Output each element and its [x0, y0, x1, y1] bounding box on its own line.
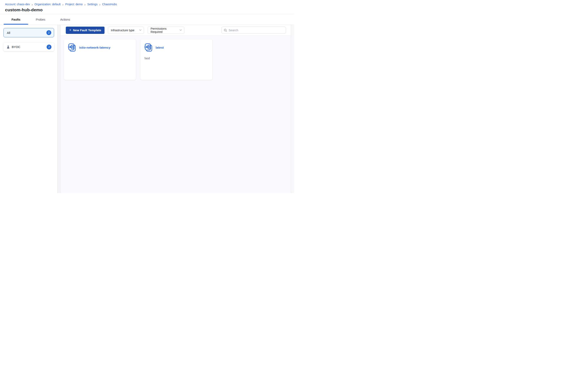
tab-faults[interactable]: Faults [4, 14, 28, 25]
permissions-required-label: Permissions Required [150, 27, 178, 34]
right-scroll-gutter[interactable] [291, 25, 294, 193]
search-box [221, 27, 286, 34]
chevron-down-icon [139, 29, 142, 31]
search-input[interactable] [229, 28, 284, 32]
card-header: istio-network-latency [68, 43, 132, 52]
sidebar-item-all-label: All [7, 31, 10, 35]
fault-template-card-istio-network-latency[interactable]: istio-network-latency [64, 39, 136, 80]
sidebar-item-byoc-label: BYOC [12, 45, 20, 49]
tab-probes[interactable]: Probes [28, 14, 53, 25]
chevron-right-icon: › [99, 2, 100, 6]
breadcrumb: Account: chaos-dev › Organization: defau… [5, 3, 289, 6]
fault-template-title[interactable]: istio-network-latency [79, 46, 110, 49]
tab-actions-label: Actions [60, 18, 70, 21]
permissions-required-dropdown[interactable]: Permissions Required [148, 27, 184, 34]
search-icon [224, 29, 227, 32]
count-badge: 2 [46, 30, 51, 35]
page-title: custom-hub-demo [5, 7, 289, 12]
tab-actions[interactable]: Actions [53, 14, 78, 25]
filter-sidebar: All 2 BYOC 2 [0, 25, 57, 193]
count-badge: 2 [47, 44, 51, 49]
chaoshub-page: Account: chaos-dev › Organization: defau… [0, 0, 294, 193]
fault-template-title[interactable]: latest [156, 46, 164, 49]
fault-templates-grid: istio-network-latency [61, 36, 291, 193]
chevron-right-icon: › [62, 2, 63, 6]
chevron-right-icon: › [84, 2, 85, 6]
sidebar-item-all[interactable]: All 2 [3, 28, 54, 37]
fault-template-description: fasd [145, 57, 208, 60]
fault-template-card-latest[interactable]: latest fasd [140, 39, 212, 80]
flask-icon [7, 45, 10, 49]
sidebar-item-byoc[interactable]: BYOC 2 [3, 42, 54, 51]
chevron-down-icon [180, 29, 182, 31]
tab-probes-label: Probes [36, 18, 45, 21]
breadcrumb-link-project[interactable]: Project: demo [65, 3, 83, 6]
chevron-right-icon: › [32, 2, 33, 6]
breadcrumb-link-chaoshubs[interactable]: ChaosHubs [102, 3, 117, 6]
infrastructure-type-label: Infrastructure type [111, 29, 134, 32]
breadcrumb-link-account[interactable]: Account: chaos-dev [5, 3, 30, 6]
plus-icon: + [69, 28, 71, 32]
infrastructure-type-dropdown[interactable]: Infrastructure type [108, 27, 144, 34]
fault-template-icon [145, 43, 153, 52]
new-fault-template-button[interactable]: + New Fault Template [66, 27, 105, 34]
active-tab-underline [4, 24, 28, 25]
main-panel: + New Fault Template Infrastructure type… [61, 25, 291, 193]
card-header: latest [145, 43, 208, 52]
page-header: Account: chaos-dev › Organization: defau… [0, 0, 294, 14]
breadcrumb-link-organization[interactable]: Organization: default [35, 3, 61, 6]
breadcrumb-link-settings[interactable]: Settings [87, 3, 98, 6]
toolbar: + New Fault Template Infrastructure type… [61, 25, 291, 36]
content-area: All 2 BYOC 2 + New Fault Template [0, 25, 294, 193]
tab-faults-label: Faults [12, 18, 20, 21]
fault-template-icon [68, 43, 77, 52]
sidebar-divider[interactable] [57, 25, 61, 193]
tab-bar: Faults Probes Actions [0, 14, 294, 25]
new-fault-template-label: New Fault Template [73, 28, 101, 32]
